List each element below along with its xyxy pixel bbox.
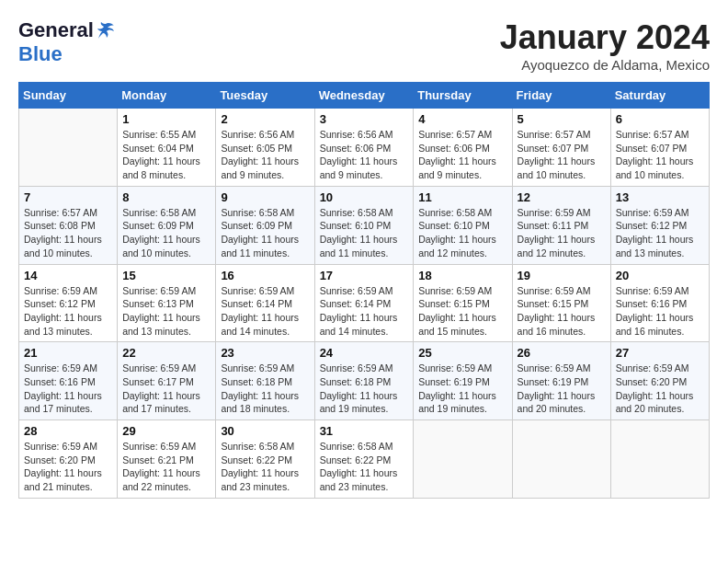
day-info: Sunrise: 6:59 AM Sunset: 6:21 PM Dayligh… <box>122 440 210 494</box>
day-info: Sunrise: 6:59 AM Sunset: 6:16 PM Dayligh… <box>24 362 112 416</box>
calendar-table: SundayMondayTuesdayWednesdayThursdayFrid… <box>18 82 710 499</box>
day-info: Sunrise: 6:59 AM Sunset: 6:20 PM Dayligh… <box>616 362 704 416</box>
month-title: January 2024 <box>500 18 710 57</box>
day-info: Sunrise: 6:57 AM Sunset: 6:06 PM Dayligh… <box>418 128 506 182</box>
day-info: Sunrise: 6:59 AM Sunset: 6:14 PM Dayligh… <box>221 284 309 339</box>
day-info: Sunrise: 6:58 AM Sunset: 6:22 PM Dayligh… <box>221 440 309 494</box>
day-number: 20 <box>616 269 704 282</box>
calendar-cell <box>19 109 118 187</box>
day-info: Sunrise: 6:55 AM Sunset: 6:04 PM Dayligh… <box>122 128 210 182</box>
calendar-cell <box>512 420 610 499</box>
calendar-week-row: 28Sunrise: 6:59 AM Sunset: 6:20 PM Dayli… <box>19 420 710 499</box>
day-number: 27 <box>616 346 704 360</box>
calendar-cell: 15Sunrise: 6:59 AM Sunset: 6:13 PM Dayli… <box>118 264 216 342</box>
calendar-cell: 5Sunrise: 6:57 AM Sunset: 6:07 PM Daylig… <box>512 109 610 187</box>
calendar-cell: 12Sunrise: 6:59 AM Sunset: 6:11 PM Dayli… <box>512 186 610 264</box>
page-header: General Blue January 2024 Ayoquezco de A… <box>18 18 710 73</box>
day-info: Sunrise: 6:59 AM Sunset: 6:14 PM Dayligh… <box>320 284 409 339</box>
weekday-header: Monday <box>118 83 216 109</box>
day-number: 2 <box>221 112 309 126</box>
day-number: 9 <box>221 190 309 204</box>
calendar-week-row: 7Sunrise: 6:57 AM Sunset: 6:08 PM Daylig… <box>19 186 710 264</box>
day-info: Sunrise: 6:59 AM Sunset: 6:19 PM Dayligh… <box>418 362 506 416</box>
weekday-header: Tuesday <box>216 83 314 109</box>
day-info: Sunrise: 6:59 AM Sunset: 6:18 PM Dayligh… <box>221 362 309 416</box>
day-info: Sunrise: 6:59 AM Sunset: 6:11 PM Dayligh… <box>518 206 606 260</box>
day-info: Sunrise: 6:59 AM Sunset: 6:17 PM Dayligh… <box>122 362 210 416</box>
day-number: 11 <box>418 190 506 204</box>
day-info: Sunrise: 6:57 AM Sunset: 6:07 PM Dayligh… <box>616 128 704 182</box>
calendar-week-row: 21Sunrise: 6:59 AM Sunset: 6:16 PM Dayli… <box>19 342 710 420</box>
day-info: Sunrise: 6:59 AM Sunset: 6:15 PM Dayligh… <box>418 284 506 339</box>
day-info: Sunrise: 6:56 AM Sunset: 6:06 PM Dayligh… <box>320 128 409 182</box>
day-info: Sunrise: 6:59 AM Sunset: 6:18 PM Dayligh… <box>320 362 409 416</box>
day-number: 24 <box>320 346 409 360</box>
calendar-cell: 22Sunrise: 6:59 AM Sunset: 6:17 PM Dayli… <box>118 342 216 420</box>
day-number: 16 <box>221 269 309 282</box>
calendar-cell: 2Sunrise: 6:56 AM Sunset: 6:05 PM Daylig… <box>216 109 314 187</box>
day-info: Sunrise: 6:58 AM Sunset: 6:10 PM Dayligh… <box>320 206 409 260</box>
day-number: 1 <box>122 112 210 126</box>
calendar-cell: 26Sunrise: 6:59 AM Sunset: 6:19 PM Dayli… <box>512 342 610 420</box>
day-info: Sunrise: 6:57 AM Sunset: 6:08 PM Dayligh… <box>24 206 112 260</box>
day-number: 26 <box>518 346 606 360</box>
day-number: 30 <box>221 424 309 438</box>
calendar-cell: 17Sunrise: 6:59 AM Sunset: 6:14 PM Dayli… <box>314 264 414 342</box>
calendar-week-row: 1Sunrise: 6:55 AM Sunset: 6:04 PM Daylig… <box>19 109 710 187</box>
day-info: Sunrise: 6:56 AM Sunset: 6:05 PM Dayligh… <box>221 128 309 182</box>
calendar-cell: 4Sunrise: 6:57 AM Sunset: 6:06 PM Daylig… <box>414 109 512 187</box>
day-info: Sunrise: 6:57 AM Sunset: 6:07 PM Dayligh… <box>518 128 606 182</box>
day-number: 28 <box>24 424 112 438</box>
logo-blue: Blue <box>18 42 63 65</box>
day-info: Sunrise: 6:59 AM Sunset: 6:12 PM Dayligh… <box>616 206 704 260</box>
day-number: 29 <box>122 424 210 438</box>
calendar-cell <box>414 420 512 499</box>
calendar-cell: 10Sunrise: 6:58 AM Sunset: 6:10 PM Dayli… <box>314 186 414 264</box>
day-number: 14 <box>24 269 112 282</box>
day-info: Sunrise: 6:58 AM Sunset: 6:09 PM Dayligh… <box>221 206 309 260</box>
calendar-cell <box>610 420 709 499</box>
calendar-cell: 21Sunrise: 6:59 AM Sunset: 6:16 PM Dayli… <box>19 342 118 420</box>
day-number: 13 <box>616 190 704 204</box>
day-number: 19 <box>518 269 606 282</box>
day-number: 12 <box>518 190 606 204</box>
day-number: 21 <box>24 346 112 360</box>
day-number: 4 <box>418 112 506 126</box>
calendar-cell: 7Sunrise: 6:57 AM Sunset: 6:08 PM Daylig… <box>19 186 118 264</box>
calendar-cell: 1Sunrise: 6:55 AM Sunset: 6:04 PM Daylig… <box>118 109 216 187</box>
day-number: 22 <box>122 346 210 360</box>
calendar-cell: 31Sunrise: 6:58 AM Sunset: 6:22 PM Dayli… <box>314 420 414 499</box>
day-info: Sunrise: 6:59 AM Sunset: 6:13 PM Dayligh… <box>122 284 210 339</box>
weekday-header: Saturday <box>610 83 709 109</box>
weekday-header: Wednesday <box>314 83 414 109</box>
calendar-cell: 19Sunrise: 6:59 AM Sunset: 6:15 PM Dayli… <box>512 264 610 342</box>
title-section: January 2024 Ayoquezco de Aldama, Mexico <box>500 18 710 73</box>
calendar-header-row: SundayMondayTuesdayWednesdayThursdayFrid… <box>19 83 710 109</box>
weekday-header: Friday <box>512 83 610 109</box>
calendar-cell: 14Sunrise: 6:59 AM Sunset: 6:12 PM Dayli… <box>19 264 118 342</box>
day-number: 7 <box>24 190 112 204</box>
calendar-cell: 6Sunrise: 6:57 AM Sunset: 6:07 PM Daylig… <box>610 109 709 187</box>
day-number: 6 <box>616 112 704 126</box>
calendar-cell: 16Sunrise: 6:59 AM Sunset: 6:14 PM Dayli… <box>216 264 314 342</box>
calendar-cell: 28Sunrise: 6:59 AM Sunset: 6:20 PM Dayli… <box>19 420 118 499</box>
calendar-cell: 24Sunrise: 6:59 AM Sunset: 6:18 PM Dayli… <box>314 342 414 420</box>
calendar-cell: 23Sunrise: 6:59 AM Sunset: 6:18 PM Dayli… <box>216 342 314 420</box>
calendar-cell: 27Sunrise: 6:59 AM Sunset: 6:20 PM Dayli… <box>610 342 709 420</box>
day-info: Sunrise: 6:59 AM Sunset: 6:19 PM Dayligh… <box>518 362 606 416</box>
calendar-cell: 11Sunrise: 6:58 AM Sunset: 6:10 PM Dayli… <box>414 186 512 264</box>
calendar-week-row: 14Sunrise: 6:59 AM Sunset: 6:12 PM Dayli… <box>19 264 710 342</box>
location: Ayoquezco de Aldama, Mexico <box>500 57 710 73</box>
calendar-cell: 3Sunrise: 6:56 AM Sunset: 6:06 PM Daylig… <box>314 109 414 187</box>
logo: General Blue <box>18 18 116 66</box>
calendar-cell: 30Sunrise: 6:58 AM Sunset: 6:22 PM Dayli… <box>216 420 314 499</box>
day-number: 8 <box>122 190 210 204</box>
weekday-header: Thursday <box>414 83 512 109</box>
day-info: Sunrise: 6:58 AM Sunset: 6:10 PM Dayligh… <box>418 206 506 260</box>
calendar-cell: 20Sunrise: 6:59 AM Sunset: 6:16 PM Dayli… <box>610 264 709 342</box>
day-info: Sunrise: 6:59 AM Sunset: 6:20 PM Dayligh… <box>24 440 112 494</box>
day-number: 10 <box>320 190 409 204</box>
calendar-cell: 18Sunrise: 6:59 AM Sunset: 6:15 PM Dayli… <box>414 264 512 342</box>
calendar-cell: 29Sunrise: 6:59 AM Sunset: 6:21 PM Dayli… <box>118 420 216 499</box>
day-info: Sunrise: 6:59 AM Sunset: 6:16 PM Dayligh… <box>616 284 704 339</box>
